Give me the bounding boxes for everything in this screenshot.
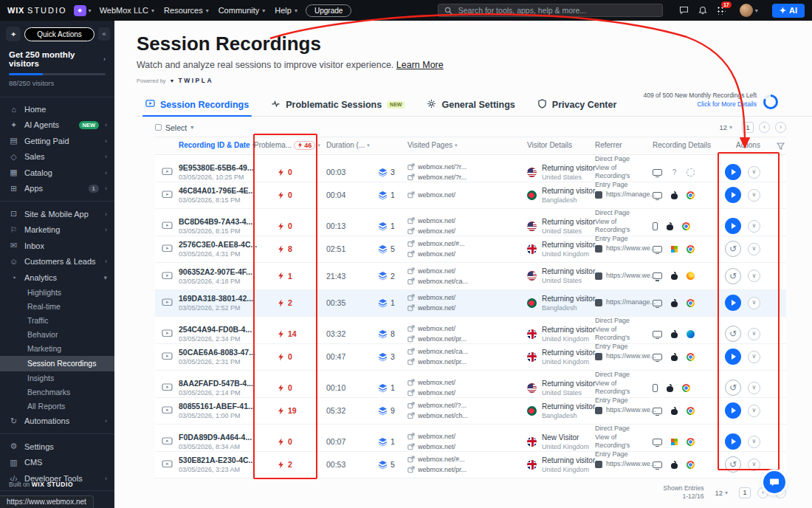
more-options-button[interactable]: ∨: [748, 405, 760, 417]
table-row[interactable]: 50CAE6A6-8083-47... 03/05/2026, 2:31 PM …: [155, 344, 786, 371]
session-icon[interactable]: [155, 190, 179, 199]
notifications-button[interactable]: [698, 6, 707, 15]
tab[interactable]: Session Recordings: [145, 93, 249, 116]
session-icon[interactable]: [155, 244, 179, 253]
search-input[interactable]: [457, 5, 656, 16]
table-row[interactable]: 254C4A94-FD0B-4... 03/05/2026, 2:34 PM 1…: [155, 317, 786, 344]
visited-page-link[interactable]: webmox.net/#...: [407, 240, 465, 247]
visited-page-link[interactable]: webmox.net/: [407, 443, 455, 450]
visited-page-link[interactable]: webmox.net/: [407, 217, 455, 224]
play-recording-button[interactable]: [725, 433, 741, 450]
sidebar-nav-item[interactable]: ▥ CMS: [0, 455, 114, 471]
visited-page-link[interactable]: webmox.net/: [407, 267, 455, 275]
table-row[interactable]: 530E821A-E230-4C... 03/05/2026, 3:23 AM …: [155, 452, 786, 479]
quick-actions-button[interactable]: Quick Actions: [24, 27, 94, 41]
analytics-subnav-item[interactable]: Highlights: [0, 286, 114, 300]
more-options-button[interactable]: ∨: [748, 220, 760, 233]
account-menu-button[interactable]: ▾: [735, 3, 763, 18]
play-recording-button[interactable]: [725, 326, 741, 342]
more-options-button[interactable]: ∨: [748, 189, 760, 202]
sidebar-nav-item[interactable]: ⚙ Settings: [0, 439, 114, 455]
sidebar-nav-item[interactable]: ☺ Customers & Leads ›: [0, 254, 114, 270]
visited-page-link[interactable]: webmox.net/: [407, 389, 455, 397]
col-header-duration[interactable]: Duration (...: [317, 141, 369, 149]
page-size-select[interactable]: 12▾: [710, 488, 732, 498]
next-page-button[interactable]: ›: [775, 122, 786, 133]
promo-header[interactable]: Get 250 monthly visitors ›: [9, 50, 106, 68]
more-options-button[interactable]: ∨: [748, 166, 760, 179]
tab[interactable]: General Settings: [427, 93, 515, 116]
session-icon[interactable]: [155, 406, 179, 415]
table-row[interactable]: F0DA89D9-A464-4... 03/05/2026, 8:34 AM 0…: [155, 425, 786, 452]
col-header-recording-id[interactable]: Recording ID & Date: [179, 141, 252, 149]
play-recording-button[interactable]: [725, 218, 741, 234]
current-page[interactable]: 1: [739, 487, 751, 498]
visited-page-link[interactable]: webmox.net/pr...: [407, 466, 467, 473]
sidebar-nav-item[interactable]: ⊡ Site & Mobile App ›: [0, 206, 114, 222]
analytics-subnav-item[interactable]: Behavior: [0, 328, 114, 342]
play-recording-button[interactable]: [725, 268, 741, 284]
more-options-button[interactable]: ∨: [748, 436, 760, 448]
visited-page-link[interactable]: webmox.net/pr...: [407, 358, 467, 365]
more-options-button[interactable]: ∨: [748, 243, 760, 255]
upgrade-button[interactable]: Upgrade: [306, 4, 351, 17]
tab[interactable]: Problematic Sessions NEW: [271, 93, 405, 116]
sidebar-nav-item[interactable]: ▦ Catalog ›: [0, 165, 114, 181]
visited-page-link[interactable]: webmox.net/#...: [407, 456, 465, 463]
current-page[interactable]: 1: [742, 122, 754, 133]
play-recording-button[interactable]: [725, 295, 741, 311]
analytics-subnav-item[interactable]: Real-time: [0, 300, 114, 314]
wix-studio-logo[interactable]: WIX STUDIO: [7, 6, 67, 15]
visited-page-link[interactable]: webmox.net//?...: [407, 402, 467, 409]
more-options-button[interactable]: ∨: [748, 297, 760, 309]
sidebar-nav-item[interactable]: ⊞ Apps 1 ›: [0, 181, 114, 197]
quota-details-link[interactable]: Click for More Details: [643, 100, 757, 108]
table-row[interactable]: 46C84A01-796E-4E... 03/05/2026, 8:15 PM …: [155, 182, 786, 210]
visited-page-link[interactable]: webmox.net/: [407, 294, 455, 301]
table-row[interactable]: 169DA318-3801-42... 03/05/2026, 2:52 PM …: [155, 290, 786, 318]
analytics-subnav-item[interactable]: Marketing: [0, 342, 114, 356]
visited-page-link[interactable]: webmox.net/: [407, 304, 455, 312]
topbar-menu-button[interactable]: Community▾: [217, 6, 267, 15]
table-row[interactable]: 8AA2FAFD-547B-4... 03/05/2026, 2:14 PM 0…: [155, 371, 786, 398]
visited-page-link[interactable]: webmox.net/: [407, 250, 455, 258]
session-icon[interactable]: [155, 352, 179, 361]
global-search[interactable]: [438, 4, 663, 17]
page-size-select[interactable]: 12▾: [715, 123, 737, 132]
sidebar-nav-item[interactable]: ↻ Automations ›: [0, 413, 114, 430]
sidebar-nav-item[interactable]: ⌂ Home: [0, 101, 114, 117]
sidebar-nav-item[interactable]: ⚐ Marketing ›: [0, 222, 114, 238]
session-icon[interactable]: [155, 329, 179, 338]
support-chat-fab[interactable]: [763, 471, 785, 493]
favorites-button[interactable]: ✦: [6, 27, 21, 41]
visited-page-link[interactable]: webmox.net/: [407, 325, 455, 332]
visited-page-link[interactable]: webmox.net/ca...: [407, 348, 468, 355]
site-menu-button[interactable]: WebMox LLC▾: [98, 6, 156, 15]
visited-page-link[interactable]: webmox.net/: [407, 433, 455, 440]
sidebar-nav-item[interactable]: ◔ Analytics ▾: [0, 270, 114, 286]
table-row[interactable]: 9E95380E-65B6-49... 03/05/2026, 10:25 PM…: [155, 155, 786, 182]
analytics-subnav-item[interactable]: Session Recordings: [0, 356, 114, 371]
session-icon[interactable]: [155, 460, 179, 469]
visited-page-link[interactable]: webmox.net/?r...: [407, 174, 467, 181]
visited-page-link[interactable]: webmox.net/ca...: [407, 278, 468, 285]
table-row[interactable]: 80855161-ABEF-41... 03/05/2026, 1:00 PM …: [155, 398, 786, 425]
visited-page-link[interactable]: webmox.net/?r...: [407, 163, 467, 171]
visited-page-link[interactable]: webmox.net/ch...: [407, 412, 468, 419]
more-options-button[interactable]: ∨: [748, 459, 760, 471]
session-icon[interactable]: [155, 272, 179, 281]
select-dropdown[interactable]: Select ▾: [155, 123, 193, 132]
play-recording-button[interactable]: [725, 380, 741, 396]
session-icon[interactable]: [155, 298, 179, 307]
sidebar-nav-item[interactable]: ✉ Inbox: [0, 238, 114, 254]
session-icon[interactable]: [155, 168, 179, 176]
analytics-subnav-item[interactable]: All Reports: [0, 399, 114, 413]
apps-launcher-button[interactable]: 17: [717, 6, 726, 15]
play-recording-button[interactable]: [725, 402, 741, 419]
more-options-button[interactable]: ∨: [748, 382, 760, 394]
session-icon[interactable]: [155, 437, 179, 446]
table-row[interactable]: 906352A2-907E-4F... 03/05/2026, 4:18 PM …: [155, 263, 786, 290]
sidebar-nav-item[interactable]: ◇ Sales ›: [0, 149, 114, 165]
chat-button[interactable]: [679, 6, 689, 15]
analytics-subnav-item[interactable]: Benchmarks: [0, 385, 114, 399]
